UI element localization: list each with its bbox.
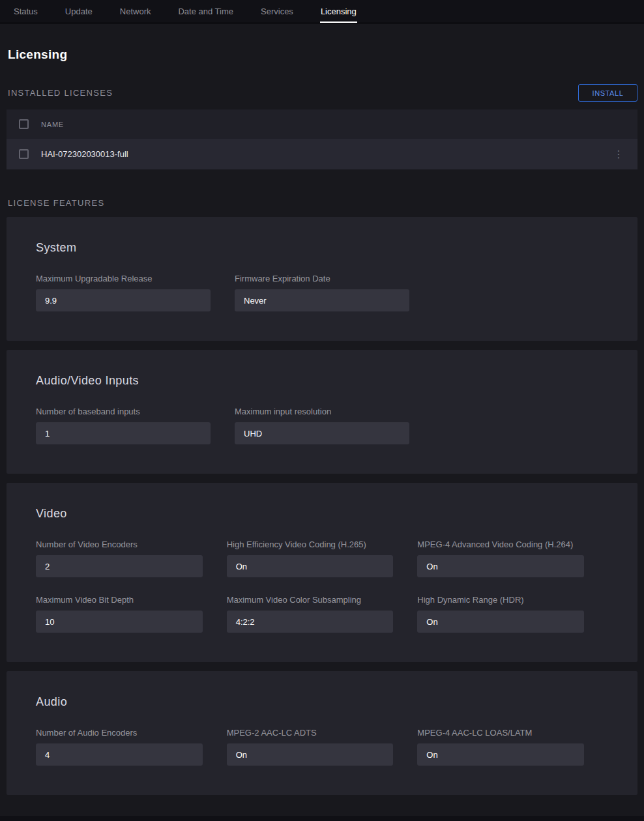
- field-audio-encoders: Number of Audio Encoders 4: [36, 728, 203, 766]
- card-video-title: Video: [36, 507, 608, 521]
- field-label: MPEG-4 AAC-LC LOAS/LATM: [417, 728, 584, 738]
- field-label: Firmware Expiration Date: [235, 274, 409, 283]
- field-label: High Dynamic Range (HDR): [417, 595, 584, 605]
- field-hdr: High Dynamic Range (HDR) On: [417, 595, 584, 633]
- field-value: On: [417, 743, 584, 766]
- select-all-checkbox[interactable]: [19, 119, 29, 129]
- field-row: Maximum Video Bit Depth 10 Maximum Video…: [36, 595, 608, 633]
- field-avc-h264: MPEG-4 Advanced Video Coding (H.264) On: [417, 540, 584, 577]
- card-video: Video Number of Video Encoders 2 High Ef…: [7, 483, 637, 662]
- field-value: 10: [36, 611, 203, 633]
- tab-licensing[interactable]: Licensing: [307, 0, 370, 22]
- field-max-bit-depth: Maximum Video Bit Depth 10: [36, 595, 203, 633]
- license-features-label: LICENSE FEATURES: [7, 198, 637, 208]
- field-firmware-expiration-date: Firmware Expiration Date Never: [235, 274, 409, 311]
- field-aac-lc-loas-latm: MPEG-4 AAC-LC LOAS/LATM On: [417, 728, 584, 766]
- field-label: MPEG-4 Advanced Video Coding (H.264): [417, 540, 584, 549]
- tab-services[interactable]: Services: [247, 0, 307, 22]
- install-button[interactable]: INSTALL: [578, 84, 637, 102]
- field-value: On: [227, 743, 394, 766]
- card-audio: Audio Number of Audio Encoders 4 MPEG-2 …: [7, 671, 637, 795]
- field-max-upgradable-release: Maximum Upgradable Release 9.9: [36, 274, 211, 311]
- card-av-inputs-title: Audio/Video Inputs: [36, 374, 608, 388]
- field-row: Number of Video Encoders 2 High Efficien…: [36, 540, 608, 577]
- field-row: Number of Audio Encoders 4 MPEG-2 AAC-LC…: [36, 728, 608, 766]
- field-label: High Efficiency Video Coding (H.265): [227, 540, 394, 549]
- field-value: On: [417, 555, 584, 577]
- field-value: On: [227, 555, 394, 577]
- page-title: Licensing: [8, 48, 637, 62]
- field-color-subsampling: Maximum Video Color Subsampling 4:2:2: [227, 595, 394, 633]
- field-value: Never: [235, 289, 409, 311]
- field-value: 4:2:2: [227, 611, 394, 633]
- license-table-row[interactable]: HAI-072302030013-full ⋮: [7, 139, 637, 169]
- page-bottom-edge: [0, 816, 644, 821]
- field-row: Number of baseband inputs 1 Maximum inpu…: [36, 407, 608, 444]
- field-value: 1: [36, 422, 211, 444]
- licenses-table: NAME HAI-072302030013-full ⋮: [7, 109, 637, 169]
- name-column-header: NAME: [41, 121, 64, 128]
- field-label: Maximum Upgradable Release: [36, 274, 211, 283]
- top-nav: Status Update Network Date and Time Serv…: [0, 0, 644, 24]
- field-aac-lc-adts: MPEG-2 AAC-LC ADTS On: [227, 728, 394, 766]
- field-hevc-h265: High Efficiency Video Coding (H.265) On: [227, 540, 394, 577]
- card-av-inputs: Audio/Video Inputs Number of baseband in…: [7, 350, 637, 474]
- field-value: UHD: [235, 422, 409, 444]
- tab-status[interactable]: Status: [0, 0, 51, 22]
- field-video-encoders: Number of Video Encoders 2: [36, 540, 203, 577]
- field-label: Maximum Video Bit Depth: [36, 595, 203, 605]
- field-label: Number of Video Encoders: [36, 540, 203, 549]
- field-value: On: [417, 611, 584, 633]
- license-name: HAI-072302030013-full: [41, 149, 128, 159]
- field-value: 2: [36, 555, 203, 577]
- card-audio-title: Audio: [36, 695, 608, 709]
- field-label: Maximum input resolution: [235, 407, 409, 416]
- tab-date-and-time[interactable]: Date and Time: [164, 0, 247, 22]
- field-value: 4: [36, 743, 203, 766]
- field-max-input-resolution: Maximum input resolution UHD: [235, 407, 409, 444]
- card-system-title: System: [36, 241, 608, 255]
- field-value: 9.9: [36, 289, 211, 311]
- row-checkbox[interactable]: [19, 149, 29, 159]
- field-baseband-inputs: Number of baseband inputs 1: [36, 407, 211, 444]
- main-content: Licensing INSTALLED LICENSES INSTALL NAM…: [0, 48, 644, 795]
- field-label: Number of baseband inputs: [36, 407, 211, 416]
- field-label: MPEG-2 AAC-LC ADTS: [227, 728, 394, 738]
- kebab-menu-icon[interactable]: ⋮: [612, 147, 625, 162]
- table-header-row: NAME: [7, 109, 637, 139]
- installed-licenses-header: INSTALLED LICENSES INSTALL: [7, 84, 637, 102]
- installed-licenses-label: INSTALLED LICENSES: [7, 88, 113, 98]
- card-system: System Maximum Upgradable Release 9.9 Fi…: [7, 217, 637, 341]
- tab-network[interactable]: Network: [106, 0, 165, 22]
- field-label: Maximum Video Color Subsampling: [227, 595, 394, 605]
- field-label: Number of Audio Encoders: [36, 728, 203, 738]
- field-row: Maximum Upgradable Release 9.9 Firmware …: [36, 274, 608, 311]
- tab-update[interactable]: Update: [51, 0, 106, 22]
